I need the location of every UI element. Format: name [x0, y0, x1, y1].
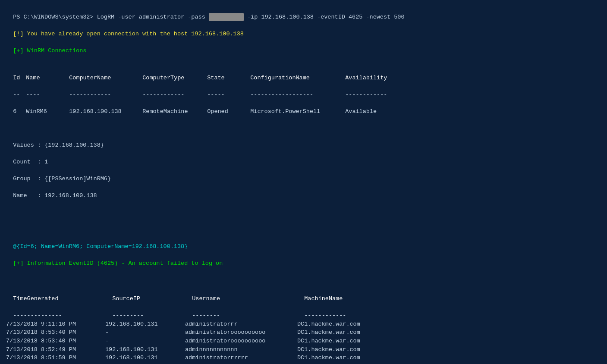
table1-row: 6WinRM6192.168.100.138RemoteMachineOpene… [6, 99, 601, 116]
info-text: [+] Information EventID (4625) - An acco… [13, 260, 223, 267]
table2-row: 7/13/2018 8:53:40 PM-administratoroooooo… [6, 337, 601, 345]
row2-user: administratorrr [185, 320, 297, 329]
blank-9 [6, 276, 601, 285]
blank-1 [6, 55, 601, 63]
winrm-line: [+] WinRM Connections [6, 38, 601, 55]
values-line4: Name : 192.168.100.138 [6, 183, 601, 200]
table1-header: IdNameComputerNameComputerTypeStateConfi… [6, 65, 601, 82]
values-text4: Name : 192.168.100.138 [13, 192, 97, 199]
table2-row: 7/13/2018 8:52:49 PM192.168.100.131admin… [6, 345, 601, 354]
blank-6 [6, 217, 601, 226]
col-avail-header: Availability [345, 74, 401, 82]
blank-2 [6, 116, 601, 124]
row2-time: 7/13/2018 8:53:40 PM [6, 328, 105, 337]
row2-mach: DC1.hackme.war.com [297, 337, 392, 345]
row2-user: administratoroooooooooo [185, 328, 297, 337]
blank-8 [6, 267, 601, 276]
prompt-suffix: -ip 192.168.100.138 -eventID 4625 -newes… [244, 14, 405, 20]
password-blurred: ██████████ [209, 13, 244, 22]
values-text3: Group : {[PSSession]WinRM6} [13, 176, 111, 182]
col-id-header: Id [13, 74, 26, 82]
row-avail: Available [345, 107, 401, 116]
dash-cfg: ------------------ [250, 91, 345, 99]
values-line2: Count : 1 [6, 150, 601, 166]
warning-line: [!] You have already open connection wit… [6, 21, 601, 38]
row2-src: - [105, 362, 185, 364]
prompt-line: PS C:\WINDOWS\system32> LogRM -user admi… [6, 4, 601, 21]
table2-row: 7/13/2018 9:11:10 PM192.168.100.131admin… [6, 320, 601, 329]
dash-type: ------------ [142, 91, 207, 99]
row2-mach: DC1.hackme.war.com [297, 362, 392, 364]
values-line1: Values : {192.168.100.138} [6, 132, 601, 149]
row2-time: 7/13/2018 9:11:10 PM [6, 320, 105, 329]
table2-row: 7/13/2018 8:53:40 PM-administratoroooooo… [6, 328, 601, 337]
col-comp-header: ComputerName [69, 74, 142, 82]
dash-avail: ------------ [345, 91, 401, 99]
col2-time-header: TimeGenerated [13, 295, 112, 303]
table2-rows: 7/13/2018 9:11:10 PM192.168.100.131admin… [6, 320, 601, 364]
col-name-header: Name [26, 74, 69, 82]
row2-mach: DC1.hackme.war.com [297, 328, 392, 337]
row2-src: 192.168.100.131 [105, 345, 185, 354]
blank-3 [6, 124, 601, 133]
table2-row: 7/13/2018 8:50:48 PM-administratorrrrrrD… [6, 362, 601, 364]
row2-mach: DC1.hackme.war.com [297, 345, 392, 354]
row-state: Opened [207, 107, 250, 116]
dash-comp: ------------ [69, 91, 142, 99]
col-type-header: ComputerType [142, 74, 207, 82]
dash2-user: -------- [192, 311, 304, 320]
dash2-mach: ------------ [304, 311, 399, 320]
dash-id: -- [13, 91, 26, 99]
row2-mach: DC1.hackme.war.com [297, 320, 392, 329]
row2-time: 7/13/2018 8:52:49 PM [6, 345, 105, 354]
dash2-time: -------------- [13, 311, 112, 320]
warning-text: [!] You have already open connection wit… [13, 31, 244, 37]
row-cfg: Microsoft.PowerShell [250, 107, 345, 116]
session-text: @{Id=6; Name=WinRM6; ComputerName=192.16… [13, 243, 188, 250]
blank-5 [6, 209, 601, 217]
info-line: [+] Information EventID (4625) - An acco… [6, 251, 601, 267]
row2-user: administratorrrrrr [185, 362, 297, 364]
dash-state: ----- [207, 91, 250, 99]
prompt-text: PS C:\WINDOWS\system32> LogRM -user admi… [13, 14, 209, 20]
row2-time: 7/13/2018 8:51:59 PM [6, 354, 105, 362]
blank-4 [6, 200, 601, 209]
table1-dashes: ----------------------------------------… [6, 82, 601, 99]
row2-src: 192.168.100.131 [105, 320, 185, 329]
dash2-src: --------- [112, 311, 192, 320]
row2-user: adminnnnnnnnnnn [185, 345, 297, 354]
dash-name: ---- [26, 91, 69, 99]
row2-src: 192.168.100.131 [105, 354, 185, 362]
col2-user-header: Username [192, 295, 304, 303]
row2-src: - [105, 337, 185, 345]
row-type: RemoteMachine [142, 107, 207, 116]
row2-user: administratorrrrrr [185, 354, 297, 362]
values-text2: Count : 1 [13, 159, 48, 165]
values-text1: Values : {192.168.100.138} [13, 142, 104, 148]
session-line: @{Id=6; Name=WinRM6; ComputerName=192.16… [6, 234, 601, 251]
table2-dashes: ----------------------------------------… [6, 303, 601, 320]
row2-time: 7/13/2018 8:53:40 PM [6, 337, 105, 345]
table2-row: 7/13/2018 8:51:59 PM192.168.100.131admin… [6, 354, 601, 362]
row2-user: administratoroooooooooo [185, 337, 297, 345]
col2-src-header: SourceIP [112, 295, 192, 303]
row-id: 6 [13, 107, 26, 116]
row-comp: 192.168.100.138 [69, 107, 142, 116]
table2-header: TimeGeneratedSourceIPUsernameMachineName [6, 286, 601, 303]
blank-7 [6, 226, 601, 234]
row2-time: 7/13/2018 8:50:48 PM [6, 362, 105, 364]
row2-src: - [105, 328, 185, 337]
values-line3: Group : {[PSSession]WinRM6} [6, 166, 601, 183]
row2-mach: DC1.hackme.war.com [297, 354, 392, 362]
winrm-text: [+] WinRM Connections [13, 47, 86, 54]
col-cfg-header: ConfigurationName [250, 74, 345, 82]
row-name: WinRM6 [26, 107, 69, 116]
col2-mach-header: MachineName [304, 295, 399, 303]
col-state-header: State [207, 74, 250, 82]
